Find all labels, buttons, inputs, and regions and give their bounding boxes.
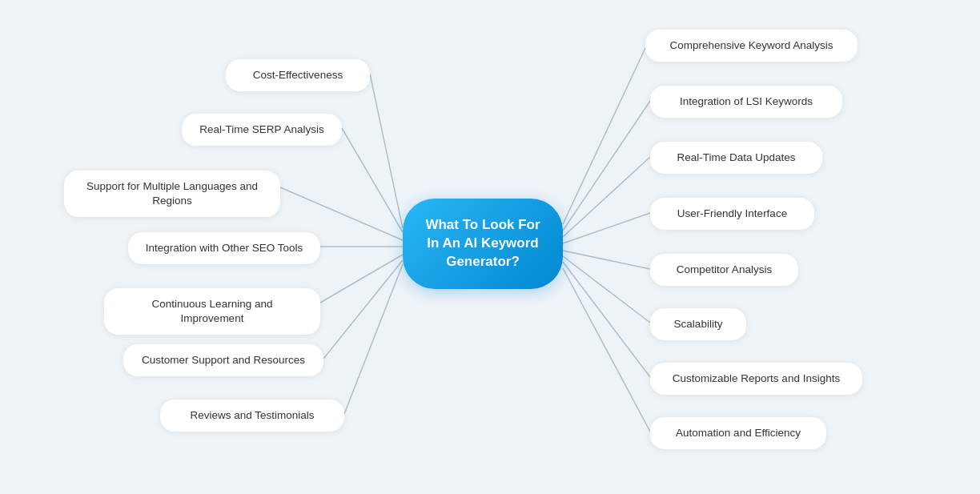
svg-line-9	[563, 157, 650, 237]
node-customer-support: Customer Support and Resources	[123, 344, 323, 376]
node-customizable: Customizable Reports and Insights	[650, 363, 862, 395]
node-cost-effectiveness: Cost-Effectiveness	[226, 59, 370, 91]
node-realtime-data: Real-Time Data Updates	[650, 142, 822, 174]
node-integration-seo: Integration with Other SEO Tools	[128, 232, 320, 264]
svg-line-12	[563, 256, 650, 323]
node-continuous-learning: Continuous Learning and Improvement	[104, 288, 320, 335]
svg-line-11	[563, 251, 650, 269]
node-realtime-serp: Real-Time SERP Analysis	[182, 114, 342, 146]
center-node: What To Look For In An AI Keyword Genera…	[403, 199, 563, 289]
mind-map-canvas: What To Look For In An AI Keyword Genera…	[0, 0, 980, 494]
svg-line-4	[320, 255, 403, 303]
node-keyword-analysis: Comprehensive Keyword Analysis	[645, 30, 858, 62]
svg-line-13	[563, 262, 650, 377]
node-reviews: Reviews and Testimonials	[160, 400, 344, 432]
node-multiple-languages: Support for Multiple Languages and Regio…	[64, 171, 280, 217]
node-lsi-keywords: Integration of LSI Keywords	[650, 86, 842, 118]
svg-line-10	[563, 213, 650, 243]
svg-line-14	[563, 268, 650, 432]
node-automation: Automation and Efficiency	[650, 417, 826, 449]
svg-line-8	[563, 101, 650, 231]
svg-line-0	[370, 74, 403, 228]
svg-line-6	[344, 264, 403, 414]
svg-line-5	[323, 260, 403, 359]
svg-line-1	[342, 128, 403, 232]
node-user-friendly: User-Friendly Interface	[650, 198, 814, 230]
svg-line-7	[563, 48, 645, 224]
node-scalability: Scalability	[650, 308, 746, 340]
node-competitor: Competitor Analysis	[650, 254, 798, 286]
